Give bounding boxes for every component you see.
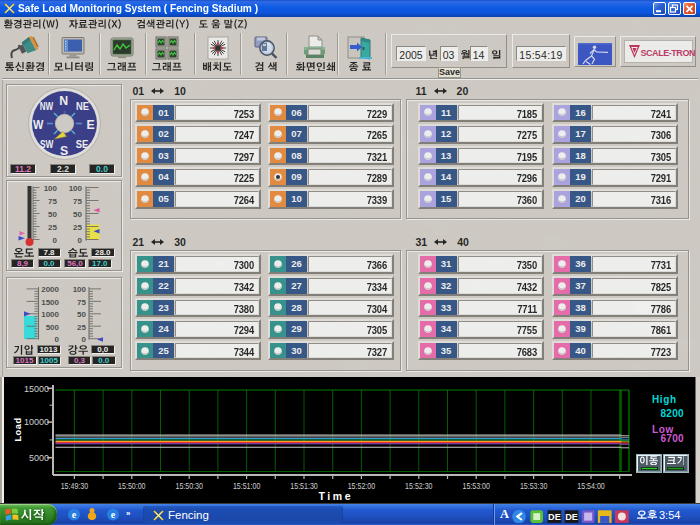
svg-text:15:50:30: 15:50:30 (175, 480, 203, 491)
svg-text:W: W (33, 118, 44, 132)
svg-text:DE: DE (548, 512, 561, 522)
svg-text:15:54:00: 15:54:00 (577, 480, 605, 491)
svg-text:e: e (111, 509, 116, 520)
svg-text:15000: 15000 (24, 384, 49, 394)
svg-text:e: e (72, 509, 77, 520)
svg-text:S: S (60, 144, 68, 158)
svg-text:15:53:00: 15:53:00 (462, 480, 490, 491)
svg-text:15:51:30: 15:51:30 (290, 480, 318, 491)
svg-text:High: High (652, 394, 677, 405)
svg-text:15:51:00: 15:51:00 (233, 480, 261, 491)
svg-text:15:50:00: 15:50:00 (118, 480, 146, 491)
svg-text:DE: DE (565, 512, 578, 522)
svg-text:N: N (59, 94, 68, 108)
svg-text:10000: 10000 (24, 417, 49, 427)
svg-text:SE: SE (76, 138, 89, 150)
svg-text:SW: SW (40, 138, 54, 150)
svg-text:8200: 8200 (661, 408, 685, 419)
svg-text:NE: NE (76, 100, 89, 112)
svg-text:5000: 5000 (29, 453, 49, 463)
svg-text:6700: 6700 (661, 433, 685, 444)
svg-text:Load: Load (13, 417, 23, 441)
svg-text:NW: NW (40, 100, 54, 112)
svg-text:15:49:30: 15:49:30 (61, 480, 89, 491)
svg-text:15:52:30: 15:52:30 (405, 480, 433, 491)
svg-text:Time: Time (319, 490, 354, 502)
svg-text:15:53:30: 15:53:30 (520, 480, 548, 491)
svg-text:E: E (86, 118, 94, 132)
svg-text:»: » (126, 509, 131, 518)
